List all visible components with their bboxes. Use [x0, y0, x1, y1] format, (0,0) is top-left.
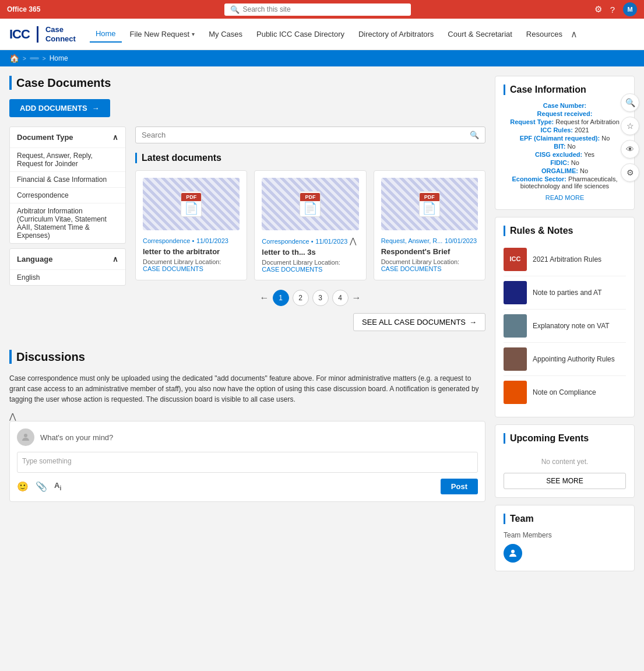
doc-location-link[interactable]: CASE DOCUMENTS	[262, 266, 322, 273]
case-info-row: Case Number:	[504, 102, 626, 109]
doc-name: letter to th... 3s	[262, 248, 358, 257]
user-avatar[interactable]: M	[623, 2, 637, 16]
nav-home[interactable]: Home	[90, 26, 122, 43]
nav-public-directory[interactable]: Public ICC Case Directory	[251, 26, 350, 42]
logo-divider	[37, 26, 38, 43]
rules-item[interactable]: Note on Compliance	[504, 376, 626, 409]
float-search-icon[interactable]: 🔍	[621, 93, 639, 112]
format-icon[interactable]: Ai	[54, 481, 61, 492]
doc-location: Document Library Location: CASE DOCUMENT…	[143, 258, 240, 272]
case-info-row: Request received:	[504, 110, 626, 117]
rules-label: 2021 Arbitration Rules	[533, 255, 601, 264]
top-search-box[interactable]: 🔍	[224, 3, 411, 16]
filter-item[interactable]: Correspondence	[10, 187, 125, 203]
filter-item[interactable]: Request, Answer, Reply, Request for Join…	[10, 147, 125, 171]
add-documents-button[interactable]: ADD DOCUMENTS →	[9, 99, 110, 117]
breadcrumb-current: Home	[50, 54, 68, 62]
nav-links: Home File New Request ▾ My Cases Public …	[90, 26, 635, 43]
doc-location-link[interactable]: CASE DOCUMENTS	[143, 265, 203, 272]
doc-thumbnail: PDF 📄	[381, 178, 478, 230]
pagination-next[interactable]: →	[352, 293, 361, 303]
rules-item[interactable]: Appointing Authority Rules	[504, 343, 626, 376]
dropdown-chevron: ▾	[192, 31, 195, 37]
float-gear-icon[interactable]: ⚙	[621, 163, 639, 182]
nav-collapse-icon[interactable]: ∧	[571, 29, 578, 40]
float-eye-icon[interactable]: 👁	[621, 140, 639, 159]
rules-thumb-1: ICC	[504, 248, 527, 271]
settings-icon[interactable]: ⚙	[594, 4, 602, 15]
discussions-section: Discussions Case correspondence must onl…	[9, 350, 485, 502]
page-1[interactable]: 1	[273, 290, 289, 306]
arrow-right-icon: →	[469, 318, 477, 326]
post-button[interactable]: Post	[441, 479, 478, 494]
attachment-icon[interactable]: 📎	[36, 481, 47, 492]
nav-bar: ICC CaseConnect Home File New Request ▾ …	[0, 19, 644, 50]
nav-file-new[interactable]: File New Request ▾	[124, 26, 201, 42]
logo-icc: ICC	[9, 27, 30, 42]
nav-arbitrators[interactable]: Directory of Arbitrators	[353, 26, 439, 42]
nav-my-cases[interactable]: My Cases	[203, 26, 248, 42]
nav-court[interactable]: Court & Secretariat	[442, 26, 518, 42]
upcoming-events-title: Upcoming Events	[504, 433, 626, 444]
doc-name: Respondent's Brief	[381, 247, 478, 256]
pagination-prev[interactable]: ←	[260, 293, 269, 303]
doc-tag-date: Correspondence • 11/01/2023 ⋀	[262, 236, 358, 245]
team-member-avatar[interactable]	[504, 544, 522, 563]
rules-label: Explanatory note on VAT	[533, 322, 610, 330]
filter-group-doctype: Document Type ∧ Request, Answer, Reply, …	[9, 127, 126, 244]
filter-language-header[interactable]: Language ∧	[10, 249, 125, 269]
top-bar-actions: ⚙ ? M	[594, 2, 637, 16]
doc-search-box[interactable]: 🔍	[135, 127, 485, 143]
doc-tag-date: Request, Answer, R... 10/01/2023	[381, 236, 478, 245]
case-documents-title: Case Documents	[9, 76, 485, 90]
logo: ICC CaseConnect	[9, 25, 76, 43]
expand-icon[interactable]: ⋀	[350, 236, 356, 245]
breadcrumb-item-1[interactable]	[30, 57, 39, 59]
breadcrumb-sep-2: >	[43, 55, 46, 62]
logo-caseconnect: CaseConnect	[45, 25, 76, 43]
rules-label: Appointing Authority Rules	[533, 355, 615, 363]
read-more-link[interactable]: READ MORE	[504, 194, 626, 201]
discussion-textarea[interactable]: Type something	[17, 452, 478, 473]
rules-item[interactable]: Note to parties and AT	[504, 276, 626, 310]
see-all-documents-button[interactable]: SEE ALL CASE DOCUMENTS →	[353, 313, 485, 331]
breadcrumb-home-icon[interactable]: 🏠	[9, 54, 19, 63]
nav-resources[interactable]: Resources	[520, 26, 568, 42]
doc-card: PDF 📄 Correspondence • 11/01/2023 ⋀ lett…	[254, 170, 366, 280]
help-icon[interactable]: ?	[610, 5, 615, 15]
rules-item[interactable]: Explanatory note on VAT	[504, 310, 626, 343]
page-2[interactable]: 2	[293, 290, 309, 306]
doc-search-input[interactable]	[142, 131, 465, 139]
filter-panel: Document Type ∧ Request, Answer, Reply, …	[9, 127, 126, 290]
case-info-row: BIT: No	[504, 143, 626, 150]
filter-doctype-header[interactable]: Document Type ∧	[10, 127, 125, 147]
breadcrumb-sep-1: >	[23, 55, 26, 62]
rules-thumb-2	[504, 281, 527, 304]
page-3[interactable]: 3	[312, 290, 329, 306]
case-info-row: ICC Rules: 2021	[504, 127, 626, 134]
filter-item[interactable]: Arbitrator Information (Curriculum Vitae…	[10, 203, 125, 243]
top-search-input[interactable]	[243, 5, 405, 13]
emoji-icon[interactable]: 🙂	[17, 481, 29, 492]
doc-search-icon: 🔍	[470, 131, 479, 139]
latest-documents-title: Latest documents	[135, 153, 485, 163]
case-info-row: EPF (Claimant requested): No	[504, 135, 626, 142]
doc-location: Document Library Location: CASE DOCUMENT…	[381, 258, 478, 272]
float-star-icon[interactable]: ☆	[621, 117, 639, 135]
doc-location-link[interactable]: CASE DOCUMENTS	[381, 265, 442, 272]
docs-row: Document Type ∧ Request, Answer, Reply, …	[9, 127, 485, 331]
rules-label: Note on Compliance	[533, 388, 596, 396]
page-4[interactable]: 4	[332, 290, 349, 306]
main-container: Case Documents ADD DOCUMENTS → Document …	[0, 66, 644, 588]
see-more-events-button[interactable]: SEE MORE	[504, 473, 626, 489]
case-info-card: Case Information Case Number: Request re…	[495, 76, 635, 210]
discussions-collapse-icon[interactable]: ⋀	[9, 412, 16, 421]
filter-item-english[interactable]: English	[10, 269, 125, 285]
discussion-footer: 🙂 📎 Ai Post	[17, 479, 478, 494]
doc-tag-date: Correspondence • 11/01/2023	[143, 236, 240, 245]
filter-item[interactable]: Financial & Case Information	[10, 171, 125, 187]
case-info-row: ORGALIME: No	[504, 167, 626, 174]
app-name: Office 365	[7, 5, 40, 13]
discussion-avatar	[17, 428, 34, 446]
rules-item[interactable]: ICC 2021 Arbitration Rules	[504, 243, 626, 276]
